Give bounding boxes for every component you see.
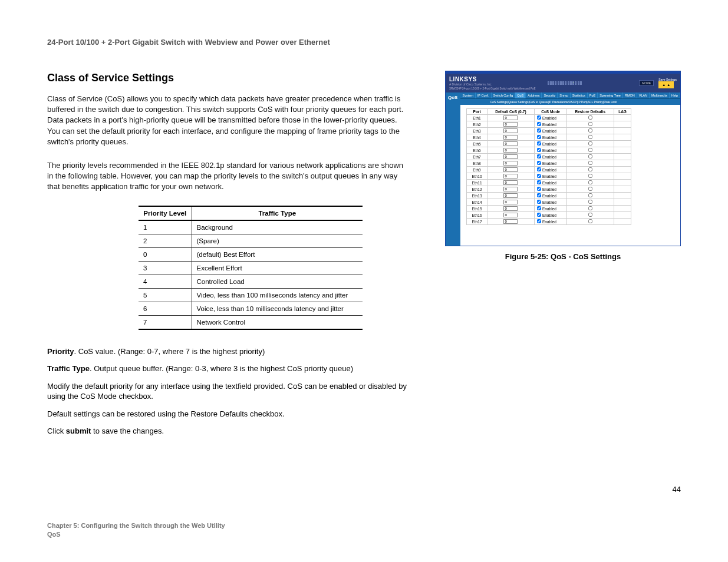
table-row: 5Video, less than 100 milliseconds laten…	[139, 288, 363, 302]
nav-tab[interactable]: Address	[526, 92, 542, 98]
default-cos-input[interactable]	[503, 180, 518, 185]
restore-checkbox[interactable]	[588, 174, 592, 178]
def-traffic: Traffic Type. Output queue buffer. (Rang…	[47, 363, 410, 374]
sub-tabs[interactable]: CoS Settings|Queue Settings|CoS to Queue…	[460, 98, 680, 105]
cos-mode-checkbox[interactable]	[537, 167, 541, 171]
cos-mode-checkbox[interactable]	[537, 174, 541, 178]
cos-mode-checkbox[interactable]	[537, 161, 541, 165]
cos-row: Eth9 Enabled	[467, 167, 631, 173]
nav-tab[interactable]: RMON	[623, 92, 637, 98]
restore-checkbox[interactable]	[588, 154, 592, 158]
th-default: Default CoS (0-7)	[487, 109, 535, 115]
cos-row: Eth5 Enabled	[467, 141, 631, 147]
nav-tab[interactable]: QoS	[515, 92, 526, 98]
default-cos-input[interactable]	[503, 135, 518, 140]
priority-table: Priority Level Traffic Type 1Background2…	[139, 206, 363, 330]
cos-row: Eth17 Enabled	[467, 219, 631, 225]
cos-mode-checkbox[interactable]	[537, 180, 541, 184]
cos-row: Eth2 Enabled	[467, 121, 631, 128]
default-cos-input[interactable]	[503, 213, 518, 217]
default-cos-input[interactable]	[503, 167, 518, 172]
restore-checkbox[interactable]	[588, 206, 592, 210]
restore-checkbox[interactable]	[588, 167, 592, 171]
restore-checkbox[interactable]	[588, 161, 592, 165]
cos-mode-checkbox[interactable]	[537, 115, 541, 120]
nav-tab[interactable]: Help	[670, 92, 680, 98]
nav-tab[interactable]: Switch Config	[492, 92, 516, 98]
cos-row: Eth4 Enabled	[467, 134, 631, 141]
default-cos-input[interactable]	[503, 154, 518, 159]
nav-tab[interactable]: Statistics	[571, 92, 588, 98]
restore-checkbox[interactable]	[588, 187, 592, 191]
cos-mode-checkbox[interactable]	[537, 219, 541, 223]
restore-checkbox[interactable]	[588, 148, 592, 152]
cos-row: Eth7 Enabled	[467, 154, 631, 160]
restore-checkbox[interactable]	[588, 219, 592, 223]
cos-mode-checkbox[interactable]	[537, 154, 541, 158]
para-modify: Modify the default priority for any inte…	[47, 381, 410, 402]
default-cos-input[interactable]	[503, 122, 518, 127]
save-label: Save Settings	[658, 78, 677, 81]
nav-tab[interactable]: IP Conf.	[476, 92, 492, 98]
footer: Chapter 5: Configuring the Switch throug…	[47, 521, 225, 538]
restore-checkbox[interactable]	[588, 128, 592, 133]
logo: LINKSYS	[449, 76, 536, 82]
restore-checkbox[interactable]	[588, 141, 592, 146]
restore-checkbox[interactable]	[588, 115, 592, 120]
nav-tab[interactable]: Snmp	[558, 92, 570, 98]
nav-tab[interactable]: VLAN	[637, 92, 650, 98]
document-header: 24-Port 10/100 + 2-Port Gigabit Switch w…	[47, 38, 330, 47]
restore-checkbox[interactable]	[588, 213, 592, 217]
section-title: Class of Service Settings	[47, 72, 410, 84]
cos-mode-checkbox[interactable]	[537, 135, 541, 139]
nav-tab[interactable]: System	[460, 92, 475, 98]
cos-mode-checkbox[interactable]	[537, 213, 541, 217]
nav-tab[interactable]: Spanning Tree	[598, 92, 623, 98]
nav-tab[interactable]: Security	[542, 92, 558, 98]
default-cos-input[interactable]	[503, 115, 518, 120]
cos-row: Eth12 Enabled	[467, 186, 631, 193]
cos-mode-checkbox[interactable]	[537, 148, 541, 152]
cos-mode-checkbox[interactable]	[537, 122, 541, 126]
restore-checkbox[interactable]	[588, 122, 592, 126]
table-row: 2(Spare)	[139, 234, 363, 247]
restore-checkbox[interactable]	[588, 180, 592, 184]
cos-row: Eth1 Enabled	[467, 115, 631, 121]
cos-mode-checkbox[interactable]	[537, 187, 541, 191]
default-cos-input[interactable]	[503, 141, 518, 146]
nav-tabs[interactable]: SystemIP Conf.Switch ConfigQoSAddressSec…	[460, 92, 680, 98]
cos-mode-checkbox[interactable]	[537, 128, 541, 133]
led-panel	[548, 81, 582, 85]
default-cos-input[interactable]	[503, 161, 518, 166]
default-cos-input[interactable]	[503, 128, 518, 133]
default-cos-input[interactable]	[503, 187, 518, 191]
cos-mode-checkbox[interactable]	[537, 193, 541, 197]
default-cos-input[interactable]	[503, 219, 518, 224]
table-row: 1Background	[139, 220, 363, 234]
more-button[interactable]: MORE	[639, 80, 654, 86]
restore-checkbox[interactable]	[588, 193, 592, 197]
default-cos-input[interactable]	[503, 148, 518, 153]
table-row: 3Excellent Effort	[139, 261, 363, 275]
cos-row: Eth8 Enabled	[467, 160, 631, 167]
restore-checkbox[interactable]	[588, 135, 592, 139]
cos-row: Eth10 Enabled	[467, 173, 631, 180]
cos-mode-checkbox[interactable]	[537, 200, 541, 204]
para-levels: The priority levels recommended in the I…	[47, 160, 410, 193]
default-cos-input[interactable]	[503, 206, 518, 211]
cos-row: Eth6 Enabled	[467, 147, 631, 154]
table-header-traffic: Traffic Type	[192, 206, 363, 220]
page-number: 44	[673, 485, 681, 494]
nav-tab[interactable]: PoE	[588, 92, 598, 98]
product-line: SRW224P 24-port 10/100 + 2-Port Gigabit …	[449, 87, 536, 90]
th-lag: LAG	[614, 109, 631, 115]
para-intro: Class of Service (CoS) allows you to spe…	[47, 94, 410, 147]
cos-mode-checkbox[interactable]	[537, 141, 541, 146]
default-cos-input[interactable]	[503, 200, 518, 204]
nav-tab[interactable]: Multimedia	[650, 92, 670, 98]
cos-row: Eth15 Enabled	[467, 206, 631, 212]
cos-mode-checkbox[interactable]	[537, 206, 541, 210]
default-cos-input[interactable]	[503, 193, 518, 198]
restore-checkbox[interactable]	[588, 200, 592, 204]
default-cos-input[interactable]	[503, 174, 518, 178]
